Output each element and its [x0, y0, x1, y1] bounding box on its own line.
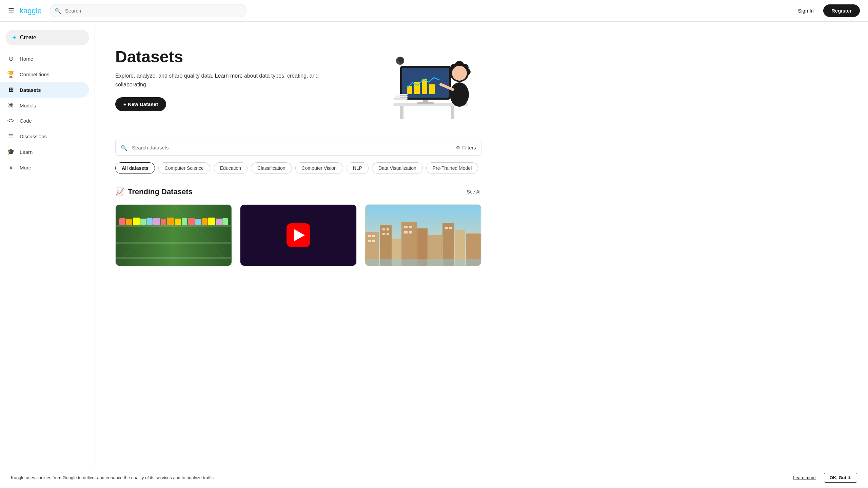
tags-container: All datasets Computer Science Education …: [115, 162, 481, 174]
cookie-banner: Kaggle uses cookies from Google to deliv…: [0, 467, 868, 488]
svg-rect-24: [395, 94, 408, 96]
tag-pre-trained-model[interactable]: Pre-Trained Model: [426, 162, 478, 174]
svg-rect-68: [409, 231, 412, 233]
svg-rect-57: [368, 235, 371, 237]
sidebar-item-code[interactable]: <> Code: [0, 113, 89, 128]
sidebar-item-discussions[interactable]: ☰ Discussions: [0, 128, 89, 144]
register-button[interactable]: Register: [823, 4, 860, 17]
sidebar-item-more[interactable]: ∨ More: [0, 160, 89, 175]
new-dataset-button[interactable]: + New Dataset: [115, 97, 166, 111]
trending-section: 📈 Trending Datasets See All: [115, 187, 481, 266]
svg-rect-60: [372, 240, 375, 242]
create-button[interactable]: + Create: [5, 30, 89, 45]
logo-text: kaggle: [20, 6, 42, 15]
grocery-svg: [116, 205, 232, 266]
svg-rect-4: [417, 102, 434, 104]
svg-rect-66: [409, 226, 412, 228]
trending-card-youtube[interactable]: [240, 204, 357, 266]
svg-rect-26: [116, 225, 231, 227]
trending-header: 📈 Trending Datasets See All: [115, 187, 481, 196]
topnav-search-input[interactable]: [50, 4, 246, 17]
tag-education[interactable]: Education: [214, 162, 248, 174]
svg-rect-59: [368, 240, 371, 242]
svg-rect-67: [404, 231, 408, 233]
sidebar-item-label-competitions: Competitions: [20, 72, 50, 77]
home-icon: ⊙: [7, 55, 15, 62]
sidebar-item-label-models: Models: [20, 103, 36, 108]
sidebar-item-learn[interactable]: 🎓 Learn: [0, 144, 89, 160]
trending-icon: 📈: [115, 187, 124, 196]
svg-rect-40: [195, 219, 201, 225]
tag-computer-vision[interactable]: Computer Vision: [295, 162, 343, 174]
svg-rect-37: [175, 219, 181, 225]
models-icon: ⌘: [7, 102, 15, 109]
svg-rect-32: [140, 219, 146, 225]
city-svg: [365, 205, 481, 266]
tag-all-datasets[interactable]: All datasets: [115, 162, 155, 174]
tag-computer-science[interactable]: Computer Science: [158, 162, 210, 174]
sidebar-item-label-more: More: [20, 165, 31, 170]
svg-rect-36: [167, 218, 174, 225]
svg-rect-62: [387, 228, 389, 230]
tag-classification[interactable]: Classification: [251, 162, 292, 174]
svg-rect-63: [382, 233, 385, 235]
trending-cards-row: [115, 204, 481, 266]
svg-rect-70: [449, 227, 452, 229]
trending-card-city[interactable]: [365, 204, 481, 266]
topnav: ☰ kaggle 🔍 Sign In Register: [0, 0, 868, 22]
see-all-button[interactable]: See All: [467, 189, 481, 195]
svg-rect-23: [395, 96, 408, 98]
hamburger-icon[interactable]: ☰: [8, 7, 14, 15]
svg-rect-42: [208, 218, 215, 225]
svg-rect-10: [429, 84, 435, 94]
sidebar-item-label-datasets: Datasets: [20, 87, 41, 93]
svg-rect-35: [161, 219, 166, 225]
tag-data-visualization[interactable]: Data Visualization: [372, 162, 423, 174]
filters-button[interactable]: ⚙ Filters: [456, 145, 476, 151]
sidebar-item-competitions[interactable]: 🏆 Competitions: [0, 66, 89, 82]
trending-title-text: Trending Datasets: [128, 187, 193, 196]
svg-rect-31: [133, 218, 140, 225]
svg-rect-29: [119, 218, 125, 225]
svg-rect-44: [222, 218, 228, 225]
svg-rect-39: [188, 218, 195, 225]
svg-rect-33: [146, 218, 153, 225]
sidebar-item-home[interactable]: ⊙ Home: [0, 51, 89, 66]
cookie-text: Kaggle uses cookies from Google to deliv…: [11, 475, 785, 480]
svg-rect-34: [153, 218, 160, 225]
sidebar-item-label-discussions: Discussions: [20, 134, 47, 139]
kaggle-logo[interactable]: kaggle: [20, 6, 42, 15]
tag-nlp[interactable]: NLP: [347, 162, 369, 174]
cookie-learn-more-button[interactable]: Learn more: [793, 475, 815, 480]
create-label: Create: [20, 35, 36, 41]
layout: + Create ⊙ Home 🏆 Competitions ⊞ Dataset…: [0, 22, 868, 488]
grocery-image-overlay: [116, 205, 232, 266]
sidebar-item-label-home: Home: [20, 56, 33, 62]
signin-button[interactable]: Sign In: [792, 5, 819, 16]
svg-rect-41: [202, 218, 208, 225]
svg-rect-28: [116, 257, 231, 259]
datasets-icon: ⊞: [7, 86, 15, 94]
main-content: Datasets Explore, analyze, and share qua…: [95, 22, 502, 488]
topnav-search-icon: 🔍: [55, 7, 61, 14]
svg-rect-22: [394, 98, 408, 100]
learn-icon: 🎓: [7, 148, 15, 156]
hero-desc-prefix: Explore, analyze, and share quality data…: [115, 73, 213, 79]
search-datasets-input[interactable]: [115, 140, 481, 156]
hero-learn-more-link[interactable]: Learn more: [215, 73, 243, 79]
hero-text: Datasets Explore, analyze, and share qua…: [115, 47, 319, 111]
svg-point-21: [398, 57, 403, 63]
trending-card-grocery[interactable]: [115, 204, 232, 266]
svg-rect-61: [382, 228, 385, 230]
search-datasets-icon: 🔍: [121, 144, 127, 151]
svg-rect-27: [116, 242, 231, 244]
sidebar-item-models[interactable]: ⌘ Models: [0, 98, 89, 113]
datasets-illustration: [373, 35, 481, 123]
card-youtube-image: [240, 205, 356, 266]
filters-icon: ⚙: [456, 145, 460, 151]
svg-rect-43: [216, 219, 222, 225]
filters-label: Filters: [462, 145, 476, 150]
svg-rect-58: [372, 235, 375, 237]
cookie-ok-button[interactable]: OK, Got it.: [824, 473, 857, 483]
sidebar-item-datasets[interactable]: ⊞ Datasets: [0, 82, 89, 98]
